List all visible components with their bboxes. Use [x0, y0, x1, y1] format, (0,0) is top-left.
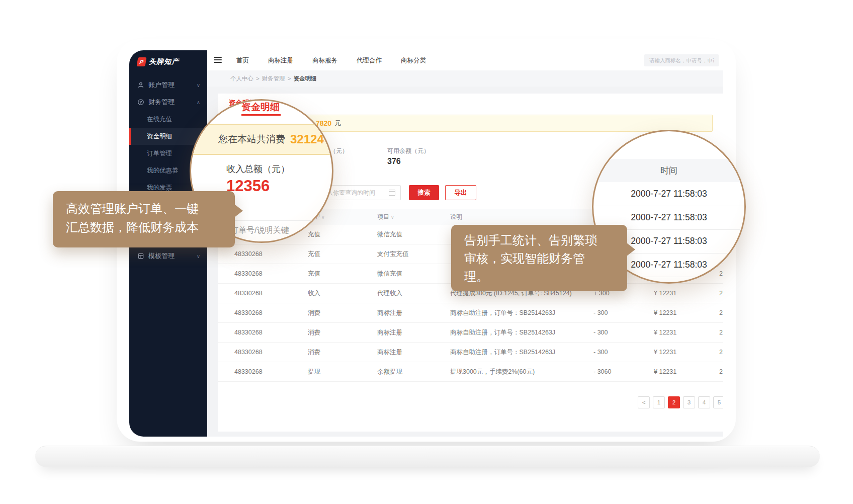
cell-project: 余额提现 — [377, 368, 450, 376]
topbar: 首页 商标注册 商标服务 代理合作 商标分类 — [207, 50, 723, 71]
cell-time: 2000-7-27 11:58:03 — [714, 270, 723, 277]
cell-order: 48330268 — [234, 250, 308, 258]
pagination-prev[interactable]: < — [638, 396, 650, 408]
sidebar-item-finance[interactable]: 财务管理 ∧ — [129, 94, 207, 111]
magnified-table-header: 订单号/说明关键 — [230, 225, 289, 236]
calendar-icon — [389, 190, 395, 196]
callout-text: 理。 — [464, 268, 627, 286]
table-row: 48330268消费商标注册商标自助注册，订单号：SB2514263J- 300… — [218, 343, 723, 362]
cell-time: 2000-7-27 11:58:03 — [714, 329, 723, 336]
callout-text: 告别手工统计、告别繁琐 — [464, 231, 627, 249]
banner-unit: 元 — [334, 119, 341, 128]
col-desc: 说明 — [450, 213, 593, 221]
pagination-page-5[interactable]: 5 — [713, 396, 723, 408]
cell-balance: ¥ 12231 — [639, 309, 714, 316]
cell-balance: ¥ 12231 — [639, 368, 714, 375]
expense-stat-unit: （元） — [330, 147, 348, 155]
laptop-base — [35, 446, 820, 467]
cell-order: 48330268 — [234, 349, 308, 356]
cell-order: 48330268 — [234, 329, 308, 336]
brand-logo-icon: P — [136, 57, 146, 66]
cell-type: 充值 — [308, 250, 377, 259]
promo-stage: P 头牌知产 账户管理 ∨ 财务管理 ∧ 在线充值 资金明细 订单管理 我的优惠… — [0, 0, 853, 504]
breadcrumb: 个人中心 > 财务管理 > 资金明细 — [207, 70, 723, 87]
breadcrumb-separator: > — [256, 75, 260, 81]
cell-balance: ¥ 12231 — [639, 349, 714, 356]
nav-agent-cooperation[interactable]: 代理合作 — [357, 56, 382, 65]
cell-order: 48330268 — [234, 270, 308, 277]
nav-trademark-register[interactable]: 商标注册 — [268, 56, 293, 65]
cell-order: 48330268 — [234, 290, 308, 297]
pagination-page-4[interactable]: 4 — [698, 396, 710, 408]
magnified-tab-underline — [241, 114, 281, 116]
brand-logo: P 头牌知产 — [137, 57, 179, 66]
callout-text: 高效管理账户订单、一键 — [66, 199, 235, 218]
magnified-time-cell: 2000-7-27 11:58:03 — [593, 182, 744, 206]
balance-stat-value: 376 — [387, 157, 401, 166]
nav-home[interactable]: 首页 — [236, 56, 249, 65]
breadcrumb-current: 资金明细 — [293, 75, 316, 82]
cell-desc: 商标自助注册，订单号：SB2514263J — [450, 309, 593, 317]
cell-project: 商标注册 — [377, 348, 450, 357]
pagination-page-2-active[interactable]: 2 — [668, 396, 680, 408]
sidebar-item-account[interactable]: 账户管理 ∨ — [129, 76, 207, 94]
cell-project: 微信充值 — [377, 270, 450, 278]
breadcrumb-part[interactable]: 个人中心 — [230, 75, 253, 82]
chevron-up-icon: ∧ — [197, 100, 200, 105]
col-project[interactable]: 项目∨ — [377, 213, 450, 221]
sidebar-item-label: 模板管理 — [148, 251, 193, 261]
cell-amount: - 300 — [593, 349, 639, 356]
menu-icon[interactable] — [214, 57, 222, 63]
magnified-banner-amount: 32124 — [290, 132, 324, 146]
pagination-page-1[interactable]: 1 — [653, 396, 665, 408]
sidebar-item-recharge[interactable]: 在线充值 — [129, 111, 207, 128]
cell-type: 收入 — [308, 289, 377, 298]
income-stat-label: 收入总额（元） — [226, 163, 290, 175]
search-input[interactable] — [644, 54, 719, 66]
cell-time: 2000-7-27 11:58:03 — [714, 349, 723, 356]
nav-trademark-category[interactable]: 商标分类 — [401, 56, 426, 65]
cell-time: 2000-7-27 11:58:03 — [714, 368, 723, 375]
sort-caret-icon: ∨ — [321, 215, 325, 220]
cell-time: 2000-7-27 11:58:03 — [714, 309, 723, 316]
callout-arrow-icon — [234, 204, 243, 217]
cell-project: 代理收入 — [377, 289, 450, 298]
callout-text: 汇总数据，降低财务成本 — [66, 218, 235, 236]
nav-trademark-service[interactable]: 商标服务 — [312, 56, 337, 65]
callout-left: 高效管理账户订单、一键 汇总数据，降低财务成本 — [53, 191, 235, 247]
balance-stat-label: 可用余额（元） — [387, 147, 430, 155]
cell-desc: 提现3000元，手续费2%(60元) — [450, 368, 593, 376]
chevron-down-icon: ∨ — [197, 82, 200, 88]
table-row: 48330268消费商标注册商标自助注册，订单号：SB2514263J- 300… — [218, 303, 723, 323]
breadcrumb-part[interactable]: 财务管理 — [262, 75, 285, 82]
cell-amount: - 300 — [593, 309, 639, 316]
cell-type: 充值 — [308, 230, 377, 239]
cell-project: 商标注册 — [377, 309, 450, 317]
sidebar-item-label: 财务管理 — [148, 98, 193, 107]
callout-arrow-icon — [627, 243, 635, 256]
callout-right: 告别手工统计、告别繁琐 审核，实现智能财务管 理。 — [451, 225, 627, 291]
cell-project: 微信充值 — [377, 230, 450, 239]
sidebar-item-label: 账户管理 — [148, 80, 193, 90]
cell-balance: ¥ 12231 — [639, 329, 714, 336]
cell-project: 支付宝充值 — [377, 250, 450, 259]
table-row: 48330268提现余额提现提现3000元，手续费2%(60元)- 3060¥ … — [218, 362, 723, 382]
magnified-time-header: 时间 — [593, 159, 744, 182]
magnified-tab: 资金明细 — [241, 101, 280, 114]
breadcrumb-separator: > — [288, 75, 291, 81]
template-icon — [137, 253, 144, 260]
top-navigation: 首页 商标注册 商标服务 代理合作 商标分类 — [236, 50, 426, 70]
brand-name: 头牌知产 — [149, 57, 179, 66]
cell-type: 消费 — [308, 309, 377, 317]
magnified-banner-text: 您在本站共消费 — [218, 133, 285, 146]
cell-type: 提现 — [308, 368, 377, 376]
pagination-page-3[interactable]: 3 — [683, 396, 695, 408]
sidebar-item-templates[interactable]: 模板管理 ∨ — [129, 247, 207, 265]
cell-order: 48330268 — [234, 309, 308, 316]
cell-desc: 商标自助注册，订单号：SB2514263J — [450, 348, 593, 357]
search-button[interactable]: 搜索 — [409, 185, 439, 200]
cell-time: 2000-7-27 11:58:03 — [714, 290, 723, 297]
magnified-banner: 您在本站共消费 32124 — [190, 124, 333, 155]
export-button[interactable]: 导出 — [445, 185, 476, 200]
cell-type: 消费 — [308, 348, 377, 357]
